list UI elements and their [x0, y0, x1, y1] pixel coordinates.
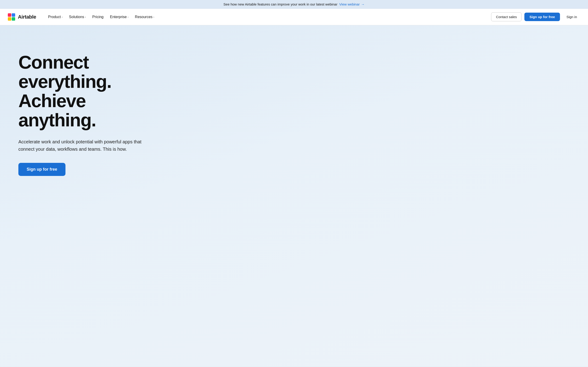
hero-section: Connect everything. Achieve anything. Ac…: [0, 25, 588, 366]
product-chevron-icon: ›: [62, 16, 63, 18]
announcement-link[interactable]: View webinar →: [339, 2, 364, 6]
enterprise-chevron-icon: ›: [128, 16, 129, 18]
hero-heading-line4: anything.: [18, 110, 96, 130]
svg-rect-1: [12, 13, 15, 17]
svg-rect-3: [12, 17, 15, 21]
hero-heading: Connect everything. Achieve anything.: [18, 53, 147, 130]
nav-item-pricing[interactable]: Pricing: [90, 13, 106, 21]
navbar-signup-button[interactable]: Sign up for free: [524, 13, 560, 21]
hero-signup-button[interactable]: Sign up for free: [18, 163, 65, 176]
nav-item-enterprise[interactable]: Enterprise ›: [107, 13, 131, 21]
nav-item-product[interactable]: Product ›: [45, 13, 65, 21]
nav-resources-label: Resources: [135, 15, 152, 19]
hero-heading-line2: everything.: [18, 71, 111, 92]
nav-enterprise-label: Enterprise: [110, 15, 127, 19]
nav-pricing-label: Pricing: [92, 15, 104, 19]
navbar: Airtable Product › Solutions › Pricing E…: [0, 9, 588, 25]
signin-button[interactable]: Sign in: [563, 13, 581, 21]
svg-rect-2: [8, 17, 11, 21]
hero-content: Connect everything. Achieve anything. Ac…: [18, 44, 147, 176]
hero-heading-line3: Achieve: [18, 91, 86, 111]
navbar-actions: Contact sales Sign up for free Sign in: [491, 12, 581, 21]
logo-text: Airtable: [18, 14, 36, 20]
nav-product-label: Product: [48, 15, 61, 19]
announcement-banner: See how new Airtable features can improv…: [0, 0, 588, 9]
announcement-link-text: View webinar: [339, 2, 360, 6]
nav-item-resources[interactable]: Resources ›: [132, 13, 157, 21]
logo-link[interactable]: Airtable: [7, 13, 36, 21]
hero-subheading: Accelerate work and unlock potential wit…: [18, 138, 147, 153]
nav-item-solutions[interactable]: Solutions ›: [66, 13, 89, 21]
solutions-chevron-icon: ›: [85, 16, 86, 18]
hero-heading-line1: Connect: [18, 52, 89, 73]
arrow-right-icon: →: [361, 2, 364, 6]
svg-rect-0: [8, 13, 11, 17]
contact-sales-button[interactable]: Contact sales: [491, 12, 522, 21]
nav-solutions-label: Solutions: [69, 15, 84, 19]
navbar-nav: Product › Solutions › Pricing Enterprise…: [45, 13, 491, 21]
announcement-text: See how new Airtable features can improv…: [224, 2, 337, 6]
resources-chevron-icon: ›: [153, 16, 154, 18]
airtable-logo-icon: [7, 13, 16, 21]
